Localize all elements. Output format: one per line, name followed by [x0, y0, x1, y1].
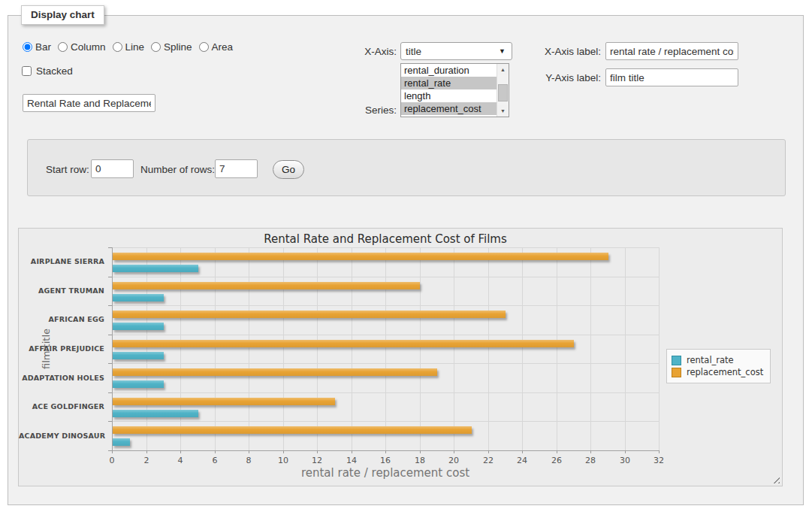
category-label: AFRICAN EGG: [19, 315, 104, 323]
bar-rental_rate[interactable]: [113, 410, 198, 417]
chart-type-radio-spline[interactable]: [151, 42, 161, 52]
x-tick-label: 6: [204, 456, 226, 465]
gridline-vertical: [249, 247, 249, 450]
x-tick-label: 32: [647, 456, 670, 465]
legend-item-rental_rate[interactable]: rental_rate: [672, 355, 763, 365]
bar-replacement_cost[interactable]: [113, 311, 506, 318]
category-label: ADAPTATION HOLES: [19, 374, 104, 382]
bar-replacement_cost[interactable]: [113, 398, 335, 405]
num-rows-label: Number of rows:: [140, 164, 215, 175]
x-tick-label: 18: [409, 456, 431, 465]
y-tick-mark: [108, 392, 112, 393]
x-tick-label: 26: [545, 456, 568, 465]
x-axis-select-label: X-Axis:: [342, 46, 397, 57]
scrollbar-thumb[interactable]: [498, 84, 508, 101]
x-tick-mark: [317, 450, 318, 453]
x-tick-label: 16: [374, 456, 397, 465]
chart-type-option-column[interactable]: Column: [58, 41, 106, 53]
series-option-rental_duration[interactable]: rental_duration: [401, 64, 500, 77]
legend-label: replacement_cost: [687, 367, 763, 377]
x-axis-label-input[interactable]: [605, 42, 738, 60]
series-option-replacement_cost[interactable]: replacement_cost: [401, 102, 500, 115]
bar-rental_rate[interactable]: [113, 352, 164, 359]
gridline-vertical: [420, 247, 421, 450]
scroll-down-icon[interactable]: ▼: [497, 105, 509, 117]
x-axis-text-label: X-Axis label:: [526, 46, 601, 57]
chart-legend: rental_ratereplacement_cost: [666, 349, 771, 383]
resize-handle-icon[interactable]: [771, 474, 780, 483]
chart-type-radio-area[interactable]: [199, 42, 209, 52]
gridline-horizontal: [112, 392, 659, 393]
series-options: rental_durationrental_ratelengthreplacem…: [401, 64, 509, 115]
go-button[interactable]: Go: [273, 160, 304, 179]
x-tick-mark: [180, 450, 181, 453]
start-row-input[interactable]: [91, 159, 134, 178]
row-controls-panel: Start row: Number of rows: Go: [27, 139, 786, 196]
y-axis-label-input[interactable]: [605, 68, 738, 86]
bar-rental_rate[interactable]: [113, 380, 164, 388]
bar-replacement_cost[interactable]: [113, 426, 472, 434]
bar-replacement_cost[interactable]: [113, 368, 437, 376]
x-tick-mark: [215, 450, 216, 453]
chart-title-input[interactable]: [23, 94, 155, 112]
chart-type-option-line[interactable]: Line: [113, 41, 145, 53]
listbox-scrollbar[interactable]: ▲ ▼: [497, 64, 509, 117]
chart-type-label: Area: [212, 41, 234, 53]
gridline-vertical: [454, 247, 454, 450]
y-tick-mark: [108, 421, 112, 422]
y-tick-mark: [108, 450, 112, 451]
x-tick-mark: [420, 450, 421, 453]
bar-rental_rate[interactable]: [113, 265, 198, 272]
chart-type-radio-line[interactable]: [113, 42, 122, 52]
y-tick-mark: [108, 335, 112, 335]
gridline-horizontal: [112, 277, 659, 277]
scroll-up-icon[interactable]: ▲: [497, 64, 509, 75]
x-tick-mark: [522, 450, 523, 453]
plot-area: [112, 247, 659, 450]
series-listbox[interactable]: rental_durationrental_ratelengthreplacem…: [400, 63, 509, 117]
x-axis-select[interactable]: title ▼: [400, 42, 512, 60]
gridline-vertical: [522, 247, 523, 450]
x-tick-label: 10: [272, 456, 294, 465]
bar-rental_rate[interactable]: [113, 294, 164, 301]
x-tick-label: 2: [135, 456, 158, 465]
bar-replacement_cost[interactable]: [113, 282, 420, 289]
bar-replacement_cost[interactable]: [113, 253, 608, 260]
y-axis-line: [112, 247, 113, 451]
chart-type-option-area[interactable]: Area: [199, 41, 234, 53]
x-tick-mark: [659, 450, 660, 453]
chart-type-option-spline[interactable]: Spline: [151, 41, 192, 53]
x-tick-label: 20: [442, 456, 465, 465]
x-tick-mark: [454, 450, 454, 453]
stacked-checkbox[interactable]: [22, 66, 32, 76]
x-tick-label: 22: [477, 456, 500, 465]
chart-type-radio-column[interactable]: [58, 42, 68, 52]
gridline-horizontal: [112, 247, 659, 248]
x-tick-label: 12: [306, 456, 328, 465]
series-option-rental_rate[interactable]: rental_rate: [401, 77, 500, 89]
x-tick-mark: [352, 450, 352, 453]
bar-replacement_cost[interactable]: [113, 340, 574, 347]
bar-rental_rate[interactable]: [113, 323, 164, 330]
series-option-length[interactable]: length: [401, 89, 500, 102]
stacked-option[interactable]: Stacked: [22, 65, 73, 77]
gridline-vertical: [385, 247, 386, 450]
y-tick-mark: [108, 363, 112, 364]
x-tick-label: 4: [169, 456, 192, 465]
bar-rental_rate[interactable]: [113, 438, 130, 446]
category-label: ACADEMY DINOSAUR: [19, 432, 104, 440]
gridline-horizontal: [112, 305, 659, 306]
gridline-vertical: [180, 247, 181, 450]
x-tick-label: 30: [614, 456, 636, 465]
chart-type-radio-bar[interactable]: [23, 42, 32, 52]
x-tick-label: 0: [101, 456, 123, 465]
x-tick-label: 8: [237, 456, 260, 465]
chart-type-label: Column: [71, 41, 106, 53]
gridline-vertical: [557, 247, 557, 450]
chart-type-label: Line: [125, 41, 145, 53]
chart-type-option-bar[interactable]: Bar: [23, 41, 51, 53]
num-rows-input[interactable]: [215, 159, 258, 178]
start-row-label: Start row:: [46, 164, 89, 175]
x-tick-mark: [283, 450, 284, 453]
legend-item-replacement_cost[interactable]: replacement_cost: [672, 367, 763, 377]
